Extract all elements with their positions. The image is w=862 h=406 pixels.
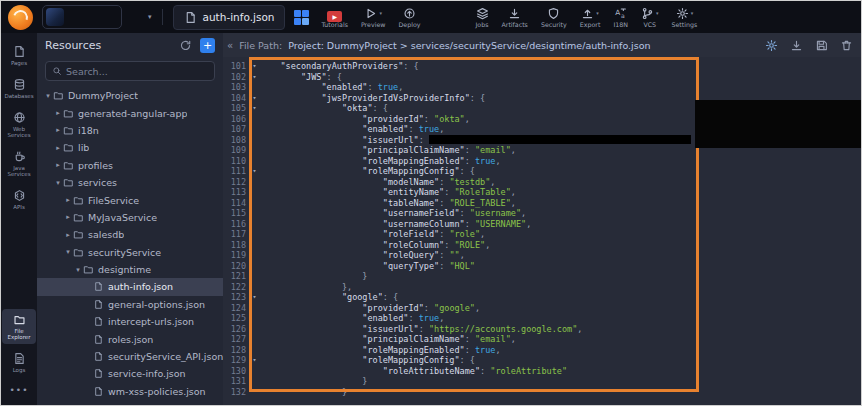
- sidebar-item-databases[interactable]: Databases: [2, 74, 36, 103]
- tree-toggle-icon[interactable]: ▾: [43, 92, 53, 100]
- fold-spacer: [249, 187, 260, 198]
- tree-item-designtime[interactable]: ▾designtime: [37, 261, 223, 278]
- refresh-icon[interactable]: [179, 39, 192, 52]
- tree-toggle-icon[interactable]: ▾: [53, 179, 63, 187]
- line-number: 114: [223, 198, 249, 209]
- tree-item-general-options.json[interactable]: general-options.json: [37, 296, 223, 313]
- code-line: 129▾ "roleMappingConfig": {: [223, 355, 862, 366]
- save-icon[interactable]: [815, 39, 828, 52]
- fold-toggle-icon[interactable]: ▾: [249, 61, 260, 72]
- tree-item-wm-xss-policies.json[interactable]: wm-xss-policies.json: [37, 383, 223, 400]
- tree-toggle-icon[interactable]: ▸: [63, 196, 73, 204]
- download-icon[interactable]: [790, 39, 803, 52]
- tree-item-salesdb[interactable]: ▸salesdb: [37, 226, 223, 243]
- tree-toggle-icon[interactable]: ▸: [53, 126, 63, 134]
- tool-export[interactable]: ▾Export: [580, 7, 601, 28]
- dashboard-grid-icon[interactable]: [294, 10, 309, 25]
- sidebar-item-pages[interactable]: Pages: [2, 41, 36, 70]
- tool-deploy[interactable]: Deploy: [398, 7, 420, 28]
- tree-item-FileService[interactable]: ▸FileService: [37, 191, 223, 208]
- line-number: 108: [223, 135, 249, 146]
- fold-toggle-icon[interactable]: ▾: [249, 166, 260, 177]
- tree-item-label: i18n: [78, 125, 99, 136]
- tool-i18n[interactable]: AaI18N: [613, 7, 628, 28]
- app-logo-icon[interactable]: [8, 5, 33, 30]
- tree-item-DummyProject[interactable]: ▾DummyProject: [37, 87, 223, 104]
- fold-toggle-icon[interactable]: ▾: [249, 72, 260, 83]
- fold-toggle-icon[interactable]: ▾: [249, 292, 260, 303]
- tool-tutorials[interactable]: ▶Tutorials: [321, 7, 347, 28]
- fold-spacer: [249, 376, 260, 387]
- tree-toggle-icon[interactable]: ▸: [63, 231, 73, 239]
- collapse-panel-icon[interactable]: «: [227, 40, 233, 51]
- code-line: 106 "providerId": "okta",: [223, 114, 862, 125]
- sidebar-item-web-services[interactable]: Web Services: [2, 107, 36, 142]
- settings-icon[interactable]: [765, 39, 778, 52]
- add-resource-button[interactable]: +: [200, 38, 215, 53]
- search-input[interactable]: [66, 66, 208, 77]
- tree-item-MyJavaService[interactable]: ▸MyJavaService: [37, 209, 223, 226]
- fold-toggle-icon[interactable]: ▾: [249, 355, 260, 366]
- topbar-divider: [162, 9, 163, 25]
- tree-toggle-icon[interactable]: ▸: [53, 144, 63, 152]
- tree-item-auth-info.json[interactable]: auth-info.json: [37, 278, 223, 295]
- sidebar-item-file-explorer[interactable]: File Explorer: [2, 309, 36, 344]
- tool-preview[interactable]: ▾Preview: [361, 7, 386, 28]
- tree-item-lib[interactable]: ▸lib: [37, 139, 223, 156]
- tree-toggle-icon[interactable]: ▾: [73, 266, 83, 274]
- fold-spacer: [249, 324, 260, 335]
- tool-artifacts[interactable]: Artifacts: [502, 7, 528, 28]
- tool-label: Export: [580, 21, 601, 28]
- tree-toggle-icon[interactable]: ▸: [63, 213, 73, 221]
- tool-jobs[interactable]: Jobs: [476, 7, 489, 28]
- tree-item-intercept-urls.json[interactable]: intercept-urls.json: [37, 313, 223, 330]
- sidebar-item-java-services[interactable]: Java Services: [2, 146, 36, 181]
- tree-item-label: generated-angular-app: [78, 108, 187, 119]
- code-line: 108 "issuerUrl":: [223, 135, 862, 146]
- fold-spacer: [249, 124, 260, 135]
- tree-toggle-icon[interactable]: ▾: [63, 248, 73, 256]
- tree-toggle-icon[interactable]: ▸: [53, 109, 63, 117]
- tree-item-profiles[interactable]: ▸profiles: [37, 157, 223, 174]
- sidebar-item-more[interactable]: •••: [2, 381, 36, 399]
- chevron-down-icon[interactable]: ▾: [148, 13, 152, 21]
- project-avatar-chip[interactable]: [42, 5, 122, 29]
- i18n-icon: Aa: [614, 7, 627, 20]
- code-text: "roleMappingConfig": {: [260, 355, 475, 366]
- code-line: 117 "roleField": "role",: [223, 229, 862, 240]
- file-tab[interactable]: auth-info.json: [173, 5, 286, 30]
- code-line: 127 "principalClaimName": "email",: [223, 334, 862, 345]
- tree-item-label: intercept-urls.json: [108, 316, 194, 327]
- fold-spacer: [249, 303, 260, 314]
- tree-item-securityService[interactable]: ▾securityService: [37, 244, 223, 261]
- tree-toggle-icon[interactable]: ▸: [53, 161, 63, 169]
- line-number: 112: [223, 177, 249, 188]
- tree-item-service-info.json[interactable]: service-info.json: [37, 365, 223, 382]
- tree-item-generated-angular-app[interactable]: ▸generated-angular-app: [37, 104, 223, 121]
- code-editor[interactable]: 101▾ "secondaryAuthProviders": {102▾ "JW…: [223, 57, 862, 406]
- line-number: 119: [223, 250, 249, 261]
- vcs-icon: [641, 7, 654, 20]
- breadcrumb[interactable]: Project: DummyProject > services/securit…: [288, 40, 650, 51]
- tool-settings[interactable]: ▾Settings: [672, 7, 698, 28]
- tree-item-i18n[interactable]: ▸i18n: [37, 122, 223, 139]
- fold-toggle-icon[interactable]: ▾: [249, 93, 260, 104]
- tool-label: Tutorials: [321, 21, 347, 28]
- code-line: 110 "roleMappingEnabled": true,: [223, 156, 862, 167]
- tree-item-services[interactable]: ▾services: [37, 174, 223, 191]
- folder-icon: [63, 142, 74, 153]
- sidebar-item-apis[interactable]: APIs: [2, 185, 36, 214]
- tool-vcs[interactable]: ▾VCS: [641, 7, 659, 28]
- search-box[interactable]: [45, 61, 215, 81]
- resource-tree: ▾DummyProject▸generated-angular-app▸i18n…: [37, 87, 223, 406]
- code-text: }: [260, 271, 367, 282]
- tree-item-securityService_API.json[interactable]: securityService_API.json: [37, 348, 223, 365]
- folder-icon: [63, 177, 74, 188]
- fold-toggle-icon[interactable]: ▾: [249, 103, 260, 114]
- sidebar-item-label: APIs: [13, 204, 25, 210]
- code-line: 132 }: [223, 387, 862, 398]
- trash-icon[interactable]: [840, 39, 853, 52]
- sidebar-item-logs[interactable]: Logs: [2, 348, 36, 377]
- tree-item-roles.json[interactable]: roles.json: [37, 330, 223, 347]
- tool-security[interactable]: Security: [541, 7, 567, 28]
